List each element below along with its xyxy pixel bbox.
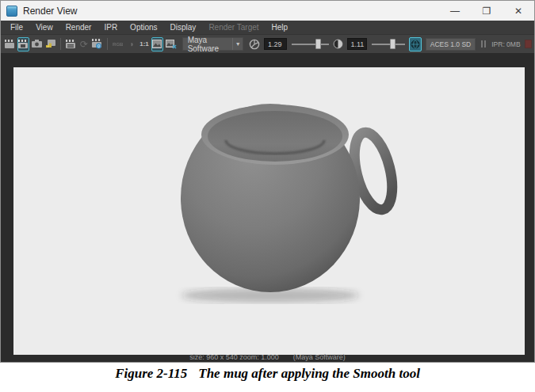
ipr-memory-indicator xyxy=(525,40,532,48)
exposure-field[interactable]: 1.29 xyxy=(264,38,287,50)
save-image-icon xyxy=(45,40,55,49)
figure-text: The mug after applying the Smooth tool xyxy=(198,366,420,381)
menu-render-target: Render Target xyxy=(202,21,265,34)
status-size-zoom: size: 960 x 540 zoom: 1.000 xyxy=(189,353,279,362)
alpha-channel-icon: ◑ xyxy=(129,40,134,48)
renderer-dropdown-value: Maya Software xyxy=(188,36,233,53)
menu-view[interactable]: View xyxy=(29,21,59,34)
exposure-slider[interactable] xyxy=(292,38,328,51)
redo-render-icon xyxy=(5,40,15,49)
ipr-update-region-button[interactable]: 0 xyxy=(91,37,103,51)
contrast-circle-icon xyxy=(333,39,343,49)
real-size-button[interactable]: 1:1 xyxy=(139,37,150,51)
menu-display[interactable]: Display xyxy=(164,21,203,34)
exposure-button[interactable] xyxy=(248,37,261,51)
menu-help[interactable]: Help xyxy=(266,21,295,34)
minimize-button[interactable]: — xyxy=(439,1,471,21)
exposure-aperture-icon xyxy=(249,39,260,50)
color-management-globe-icon xyxy=(411,40,420,49)
render-view-window: Render View — ❐ ✕ File View Render IPR O… xyxy=(0,0,535,363)
keep-image-button[interactable] xyxy=(151,37,162,51)
close-button[interactable]: ✕ xyxy=(503,1,534,21)
pause-ipr-button xyxy=(481,40,486,48)
menu-ipr[interactable]: IPR xyxy=(97,21,124,34)
one-to-one-icon: 1:1 xyxy=(139,40,149,48)
gamma-slider-handle[interactable] xyxy=(390,39,396,49)
save-image-button[interactable] xyxy=(44,37,56,51)
redo-render-button[interactable] xyxy=(4,37,16,51)
window-controls: — ❐ ✕ xyxy=(439,1,534,21)
menu-file[interactable]: File xyxy=(4,21,29,34)
figure-caption: Figure 2-115The mug after applying the S… xyxy=(0,366,535,382)
keep-image-icon xyxy=(152,40,162,48)
maya-app-icon xyxy=(6,6,17,17)
title-bar: Render View — ❐ ✕ xyxy=(1,1,534,21)
gamma-field[interactable]: 1.11 xyxy=(347,38,368,50)
mug-render xyxy=(13,67,525,355)
display-rgb-button: RGB xyxy=(112,37,124,51)
color-transform-button[interactable]: ACES 1.0 SD xyxy=(426,38,476,51)
gamma-slider[interactable] xyxy=(372,38,404,51)
status-renderer: (Maya Software) xyxy=(293,353,346,362)
ipr-update-region-icon: 0 xyxy=(92,39,102,49)
rendered-image[interactable] xyxy=(13,67,525,355)
remove-image-button[interactable] xyxy=(165,37,178,51)
maximize-button[interactable]: ❐ xyxy=(471,1,503,21)
chevron-down-icon: ▼ xyxy=(232,38,243,50)
toolbar-separator xyxy=(107,38,108,50)
menu-bar: File View Render IPR Options Display Ren… xyxy=(1,21,534,34)
pause-icon xyxy=(481,40,483,48)
remove-image-icon xyxy=(166,40,177,49)
exposure-slider-handle[interactable] xyxy=(315,39,321,49)
pause-icon xyxy=(484,40,486,48)
gamma-button[interactable] xyxy=(332,37,344,51)
color-management-toggle[interactable] xyxy=(409,37,422,51)
display-alpha-button: ◑ xyxy=(125,37,136,51)
figure-number: Figure 2-115 xyxy=(115,366,187,381)
render-region-button[interactable] xyxy=(17,37,29,51)
refresh-ipr-icon: ⟳ xyxy=(80,39,88,50)
status-bar: size: 960 x 540 zoom: 1.000 (Maya Softwa… xyxy=(1,353,534,362)
refresh-ipr-button: ⟳ xyxy=(78,37,90,51)
ipr-render-button[interactable] xyxy=(65,37,77,51)
toolbar: ⟳ 0 RGB ◑ 1:1 xyxy=(1,34,534,53)
menu-options[interactable]: Options xyxy=(124,21,163,34)
renderer-dropdown[interactable]: Maya Software ▼ xyxy=(182,37,243,51)
rgb-channels-icon: RGB xyxy=(113,42,123,47)
snapshot-camera-icon xyxy=(32,40,42,48)
window-title: Render View xyxy=(23,6,77,17)
ipr-memory-label: IPR: 0MB xyxy=(491,40,520,48)
render-region-icon xyxy=(18,40,29,49)
snapshot-button[interactable] xyxy=(31,37,43,51)
toolbar-separator xyxy=(60,38,61,50)
render-viewport[interactable]: size: 960 x 540 zoom: 1.000 (Maya Softwa… xyxy=(1,53,534,362)
menu-render[interactable]: Render xyxy=(59,21,98,34)
ipr-render-icon xyxy=(66,40,76,49)
